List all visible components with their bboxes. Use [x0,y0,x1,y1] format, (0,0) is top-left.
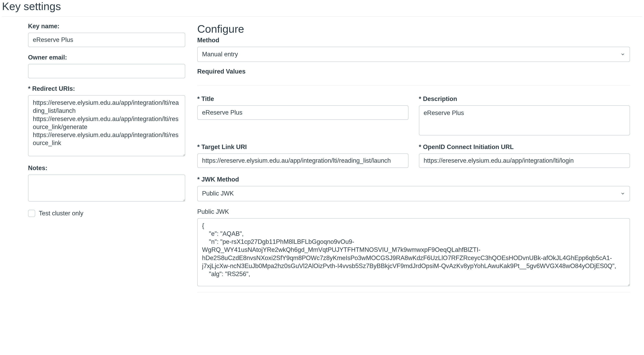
description-textarea[interactable] [419,105,630,135]
key-name-label: Key name: [28,23,185,30]
notes-textarea[interactable] [28,174,185,202]
description-label: * Description [419,95,630,103]
jwk-method-label: * JWK Method [197,176,630,183]
target-link-uri-input[interactable] [197,153,408,168]
owner-email-input[interactable] [28,64,185,78]
method-select-value: Manual entry [202,50,238,58]
jwk-method-select-value: Public JWK [202,190,234,198]
redirect-uris-textarea[interactable] [28,95,185,156]
required-values-heading: Required Values [197,68,630,85]
method-select[interactable]: Manual entry [197,47,630,62]
public-jwk-label: Public JWK [197,208,630,215]
redirect-uris-label: * Redirect URIs: [28,85,185,92]
chevron-down-icon [620,191,625,196]
key-name-input[interactable] [28,33,185,47]
configure-title: Configure [197,23,630,35]
test-cluster-label: Test cluster only [39,210,83,217]
openid-init-url-input[interactable] [419,153,630,168]
public-jwk-textarea[interactable] [197,218,630,286]
owner-email-label: Owner email: [28,54,185,61]
test-cluster-checkbox[interactable] [28,210,35,217]
method-label: Method [197,37,630,44]
jwk-method-select[interactable]: Public JWK [197,186,630,201]
target-link-uri-label: * Target Link URI [197,143,408,151]
notes-label: Notes: [28,164,185,172]
page-title: Key settings [2,0,642,13]
title-input[interactable] [197,105,408,120]
chevron-down-icon [620,52,625,57]
title-label: * Title [197,95,408,103]
test-cluster-checkbox-row[interactable]: Test cluster only [28,210,185,217]
openid-init-url-label: * OpenID Connect Initiation URL [419,143,630,151]
